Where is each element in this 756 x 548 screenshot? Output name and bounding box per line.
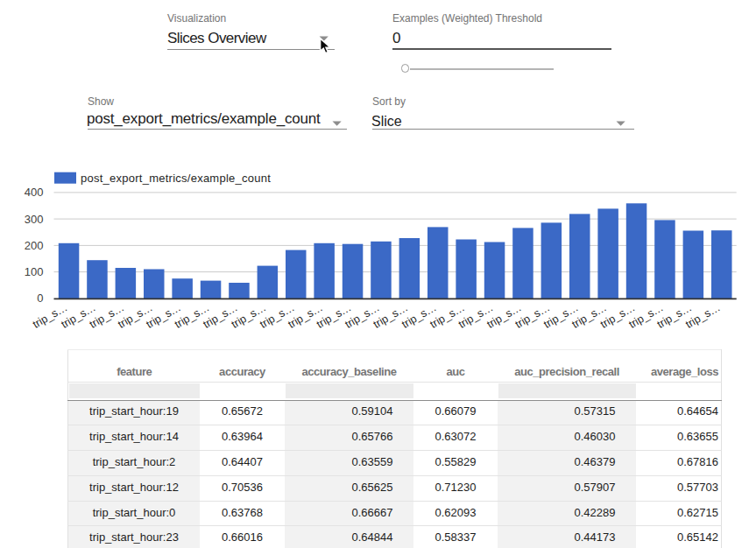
svg-text:0: 0	[37, 292, 43, 305]
svg-text:300: 300	[25, 213, 44, 226]
svg-text:post_export_metrics/example_co: post_export_metrics/example_count	[81, 172, 271, 185]
svg-text:100: 100	[25, 265, 44, 278]
svg-text:200: 200	[25, 239, 44, 252]
svg-text:400: 400	[25, 186, 44, 199]
